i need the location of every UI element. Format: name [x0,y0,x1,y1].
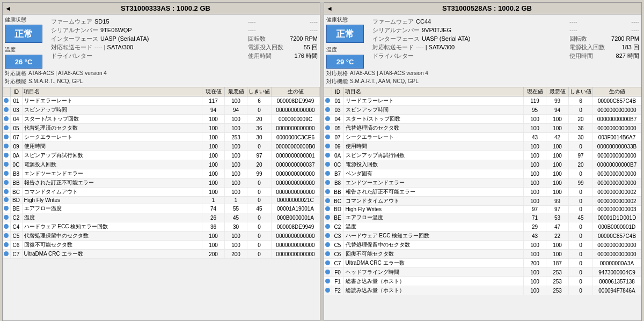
panel-1-col-0 [3,87,10,96]
panel-1-row-9-cell-1: 報告された訂正不可能エラー [22,178,202,188]
panel-2-interface-label: インターフェース [372,34,420,43]
panel-1-spec1-label: 対応規格 [5,69,26,77]
panel-1-row-7-cell-3: 100 [225,160,247,169]
panel-1-row-10: BCコマンドタイムアウト10010000000000000000 [3,188,320,197]
panel-2-row-14-cell-2: 29 [524,222,546,232]
panel-1-row-2-cell-0: 04 [10,115,22,124]
panel-1-rotation-value: 7200 RPM [290,34,318,43]
panel-2-row-8-dot [325,171,330,176]
panel-1-row-15-dot [4,233,9,238]
panel-2-row-4-cell-1: シークエラーレート [343,133,524,142]
panel-2-row-8-cell-3: 100 [546,169,569,178]
panel-1-row-3: 05代替処理済のセクタ数100100360000000000000 [3,124,320,133]
panel-2-row-11-cell-2: 100 [524,197,546,206]
panel-1-row-8-cell-3: 100 [225,169,247,178]
panel-2-row-0: 01リードエラーレート11999600000C857C4B [324,96,641,106]
panel-1-row-11-cell-4: 0 [247,197,272,204]
panel-2-transfer-value: ---- | SATA/300 [416,43,455,51]
panel-2-col-3: 現在値 [524,87,546,96]
panel-2-row-11-cell-3: 99 [546,197,569,206]
panel-1-row-13-cell-2: 26 [202,213,225,222]
panel-2-row-17-dot [325,251,330,256]
panel-1-row-13-cell-5: 000B0000001A [272,213,320,222]
panel-1-row-1-cell-4: 0 [247,106,272,115]
panel-1-row-6-cell-0: 0A [10,151,22,160]
panel-1-row-5-cell-4: 0 [247,142,272,151]
panel-1-col-2: 項目名 [22,87,202,96]
panel-2-row-12-cell-0: BD [332,206,343,213]
panel-2-row-13-cell-1: エアフロー温度 [343,213,524,222]
panel-2-row-5-cell-5: 000000000033B [593,142,641,151]
panel-2-row-20-dot [325,279,330,283]
panel-2-hours-value: 827 時間 [616,51,639,60]
panel-2-row-0-cell-0: 01 [332,96,343,106]
panel-1-serial-row: シリアルナンバー9TE06WQP [51,26,245,34]
panel-2-table: ID項目名現在値最悪値しきい値生の値01リードエラーレート11999600000… [324,87,641,295]
panel-2-row-9-cell-3: 100 [546,178,569,188]
panel-2-temp-badge: 29 °C [326,55,364,69]
panel-2-row-21-cell-0: F2 [332,286,343,295]
panel-1-row-1-cell-3: 94 [225,106,247,115]
panel-1-row-3-cell-4: 36 [247,124,272,133]
panel-2-row-8-cell-4: 0 [569,169,593,178]
panel-2: ◄ST31000528AS : 1000.2 GB健康状態正常温度29 °Cファ… [324,2,642,321]
panel-2-row-19-cell-4: 0 [569,268,593,277]
panel-1-row-8-cell-2: 100 [202,169,225,178]
panel-1-row-9-dot [4,180,9,185]
panel-2-col-5: しきい値 [569,87,593,96]
panel-2-row-4-cell-3: 42 [546,133,569,142]
panel-2-transfer-row: 対応転送モード---- | SATA/300 [372,43,566,51]
panel-2-row-10-dot [325,189,330,194]
panel-2-hours-label: 使用時間 [569,51,593,60]
panel-1-row-5-cell-0: 09 [10,142,22,151]
panel-1-row-0-dot [4,98,9,103]
panel-2-serial-label: シリアルナンバー [372,26,420,34]
panel-2-row-9-cell-2: 100 [524,178,546,188]
panel-2-row-3-cell-5: 0000000000000 [593,124,641,133]
panel-1-spec2-label: 対応機能 [5,77,26,85]
panel-1-firmware-label: ファームウェア [51,17,92,26]
panel-2-row-9-cell-0: B8 [332,178,343,188]
panel-2-row-15-dot [325,233,330,238]
panel-2-collapse-arrow[interactable]: ◄ [326,5,333,12]
panel-2-row-15-cell-2: 43 [524,232,546,241]
panel-2-row-20-cell-4: 0 [569,277,593,286]
panel-2-row-11-cell-5: 0000000000002 [593,197,641,206]
panel-1-row-14: C4ハードウェア ECC 検知エラー回数36300000008DE9949 [3,222,320,232]
panel-2-spec1-value: ATA8-ACS | ATA8-ACS version 4 [350,69,428,77]
panel-2-row-0-dot [325,98,330,103]
panel-1-col-5: しきい値 [247,87,272,96]
panel-2-row-18-cell-3: 187 [546,259,569,268]
panel-2-row-2-cell-4: 20 [569,115,593,124]
panel-1-info-section: 健康状態正常温度26 °CファームウェアSD15シリアルナンバー9TE06WQP… [3,14,320,69]
panel-2-power-on-row: 電源投入回数183 回 [569,43,639,51]
panel-1-row-6-cell-4: 97 [247,151,272,160]
panel-1-row-2-cell-2: 100 [202,115,225,124]
panel-2-row-7-cell-1: 電源投入回数 [343,160,524,169]
panel-2-row-1-cell-5: 0000000000000 [593,106,641,115]
panel-2-row-7-cell-5: 00000000000B7 [593,160,641,169]
panel-1-col-4: 最悪値 [225,87,247,96]
panel-1-row-1: 03スピンアップ時間949400000000000000 [3,106,320,115]
panel-2-row-10-cell-2: 100 [524,188,546,197]
panel-1-temp-badge: 26 °C [5,55,42,69]
panel-2-row-7-dot [325,162,330,167]
panel-1-firmware-value: SD15 [94,17,109,26]
panel-2-row-1-cell-2: 95 [524,106,546,115]
panel-1-row-6: 0Aスピンアップ再試行回数100100970000000000001 [3,151,320,160]
panel-1-row-0-cell-5: 000008DE9949 [272,96,320,106]
panel-2-col-0 [324,87,332,96]
panel-1-row-3-cell-3: 100 [225,124,247,133]
panel-2-row-5-cell-1: 使用時間 [343,142,524,151]
panel-1-row-10-cell-0: BC [10,188,22,197]
panel-1-row-8-cell-5: 0000000000000 [272,169,320,178]
panel-1-row-0-cell-0: 01 [10,96,22,106]
panel-1-collapse-arrow[interactable]: ◄ [5,5,11,12]
panel-2-row-19-cell-3: 253 [546,268,569,277]
panel-1-row-6-cell-5: 0000000000001 [272,151,320,160]
panel-2-row-18-cell-2: 200 [524,259,546,268]
panel-2-row-1-cell-3: 94 [546,106,569,115]
panel-1-row-17-dot [4,251,9,256]
panel-1-row-14-cell-1: ハードウェア ECC 検知エラー回数 [22,222,202,232]
panel-2-row-17-cell-1: 回復不可能セクタ数 [343,250,524,259]
